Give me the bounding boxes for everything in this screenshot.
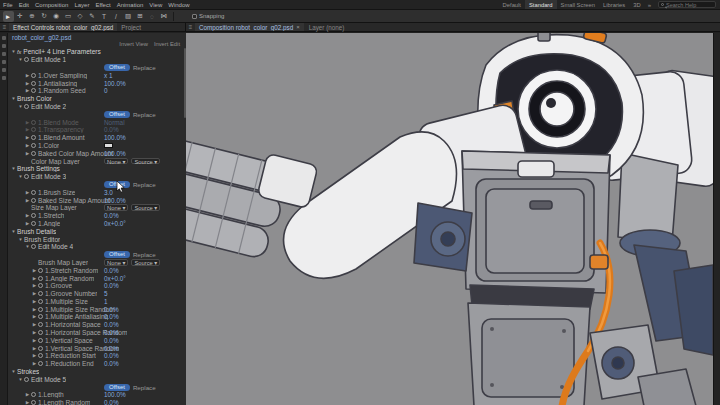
- zoom-tool[interactable]: ⊕: [27, 11, 38, 22]
- workspace-default[interactable]: Default: [499, 0, 525, 9]
- effect-row[interactable]: Color Map LayerNone ▾Source ▾: [8, 157, 186, 165]
- offset-button[interactable]: Offset: [104, 251, 130, 258]
- twirl-icon[interactable]: ▶: [31, 346, 38, 351]
- layer-dropdown[interactable]: None ▾: [104, 204, 128, 211]
- effect-row[interactable]: ▶1.Length100.0%: [8, 391, 186, 399]
- twirl-icon[interactable]: ▶: [24, 392, 31, 397]
- param-value[interactable]: 0.0%: [104, 345, 119, 352]
- effect-row[interactable]: Brush Map LayerNone ▾Source ▾: [8, 259, 186, 267]
- effect-row[interactable]: OffsetReplace: [8, 181, 186, 189]
- param-value[interactable]: 0.0%: [104, 360, 119, 367]
- panel-menu-icon[interactable]: ≡: [0, 23, 9, 31]
- stopwatch-icon[interactable]: [31, 81, 36, 86]
- effect-row[interactable]: ▼Brush Settings: [8, 165, 186, 173]
- stopwatch-icon[interactable]: [24, 174, 29, 179]
- effect-row[interactable]: ▶1.Transparency0.0%: [8, 126, 186, 134]
- effect-row[interactable]: OffsetReplace: [8, 110, 186, 118]
- dock-icon[interactable]: [2, 68, 6, 72]
- stopwatch-icon[interactable]: [31, 244, 36, 249]
- selection-tool[interactable]: ►: [3, 11, 14, 22]
- twirl-icon[interactable]: ▼: [10, 369, 17, 374]
- param-value[interactable]: 0.0%: [104, 212, 119, 219]
- workspace-standard[interactable]: Standard: [525, 0, 557, 9]
- effect-row[interactable]: ▶Baked Size Map Amount100.0%: [8, 196, 186, 204]
- param-value[interactable]: 1: [104, 298, 108, 305]
- twirl-icon[interactable]: ▶: [31, 353, 38, 358]
- workspace-overflow-icon[interactable]: »: [645, 2, 654, 8]
- stopwatch-icon[interactable]: [38, 291, 43, 296]
- twirl-icon[interactable]: ▼: [10, 166, 17, 171]
- twirl-icon[interactable]: ▶: [24, 143, 31, 148]
- effect-row[interactable]: ▶Baked Color Map Amount100.0%: [8, 149, 186, 157]
- twirl-icon[interactable]: ▶: [31, 276, 38, 281]
- effect-row[interactable]: ▼Brush Details: [8, 227, 186, 235]
- clone-stamp-tool[interactable]: ⊞: [135, 11, 146, 22]
- close-icon[interactable]: ×: [296, 24, 300, 30]
- orbit-camera-tool[interactable]: ↻: [39, 11, 50, 22]
- twirl-icon[interactable]: ▶: [24, 88, 31, 93]
- effect-row[interactable]: ▶1.Angle0x+0.0°: [8, 220, 186, 228]
- twirl-icon[interactable]: ▶: [31, 361, 38, 366]
- snapping-checkbox[interactable]: [192, 14, 197, 19]
- stopwatch-icon[interactable]: [31, 143, 36, 148]
- param-value[interactable]: 0.0%: [104, 321, 119, 328]
- effect-row[interactable]: OffsetReplace: [8, 64, 186, 72]
- offset-button[interactable]: Offset: [104, 64, 130, 71]
- stopwatch-icon[interactable]: [31, 400, 36, 405]
- stopwatch-icon[interactable]: [31, 127, 36, 132]
- menu-view[interactable]: View: [146, 0, 165, 9]
- twirl-icon[interactable]: ▼: [10, 49, 17, 54]
- workspace-libraries[interactable]: Libraries: [599, 0, 629, 9]
- effect-row[interactable]: ▶1.Length Random0.0%: [8, 399, 186, 405]
- menu-composition[interactable]: Composition: [32, 0, 71, 9]
- effect-row[interactable]: ▶1.Horizontal Space Random0.0%: [8, 329, 186, 337]
- twirl-icon[interactable]: ▶: [31, 299, 38, 304]
- param-value[interactable]: 0.0%: [104, 399, 119, 405]
- twirl-icon[interactable]: ▶: [24, 221, 31, 226]
- stopwatch-icon[interactable]: [31, 120, 36, 125]
- twirl-icon[interactable]: ▶: [24, 151, 31, 156]
- twirl-icon[interactable]: ▶: [31, 338, 38, 343]
- param-value[interactable]: 3.0: [104, 189, 113, 196]
- twirl-icon[interactable]: ▼: [17, 237, 24, 242]
- replace-button[interactable]: Replace: [133, 251, 156, 258]
- source-dropdown[interactable]: Source ▾: [131, 158, 160, 165]
- pen-tool[interactable]: ✎: [87, 11, 98, 22]
- param-value[interactable]: x 1: [104, 72, 113, 79]
- effect-layer-name[interactable]: robot_color_g02.psd: [12, 34, 71, 41]
- effect-row[interactable]: OffsetReplace: [8, 251, 186, 259]
- effect-row[interactable]: ▼Edit Mode 1: [8, 56, 186, 64]
- twirl-icon[interactable]: ▶: [31, 314, 38, 319]
- twirl-icon[interactable]: ▼: [10, 96, 17, 101]
- twirl-icon[interactable]: ▶: [24, 120, 31, 125]
- stopwatch-icon[interactable]: [38, 268, 43, 273]
- effect-row[interactable]: ▶1.Random Seed0: [8, 87, 186, 95]
- menu-window[interactable]: Window: [165, 0, 192, 9]
- effect-row[interactable]: ▼Edit Mode 5: [8, 375, 186, 383]
- effect-row[interactable]: ▶1.Color: [8, 142, 186, 150]
- search-help-input[interactable]: [666, 2, 713, 8]
- source-dropdown[interactable]: Source ▾: [131, 259, 160, 266]
- param-value[interactable]: 5: [104, 290, 108, 297]
- menu-animation[interactable]: Animation: [114, 0, 147, 9]
- stopwatch-icon[interactable]: [31, 151, 36, 156]
- effect-row[interactable]: ▼fxPencil+ 4 Line Parameters: [8, 48, 186, 56]
- composition-viewer[interactable]: [186, 33, 713, 405]
- replace-button[interactable]: Replace: [133, 111, 156, 118]
- stopwatch-icon[interactable]: [31, 392, 36, 397]
- effect-row[interactable]: ▼Brush Editor: [8, 235, 186, 243]
- effect-row[interactable]: ▼Strokes: [8, 368, 186, 376]
- param-value[interactable]: 0.0%: [104, 126, 119, 133]
- stopwatch-icon[interactable]: [24, 57, 29, 62]
- menu-effect[interactable]: Effect: [92, 0, 113, 9]
- param-value[interactable]: 0.0%: [104, 313, 119, 320]
- composition-tab[interactable]: Composition robot_color_g02.psd ×: [195, 23, 304, 31]
- effect-row[interactable]: ▶1.Blend Amount100.0%: [8, 134, 186, 142]
- twirl-icon[interactable]: ▶: [24, 198, 31, 203]
- eraser-tool[interactable]: ◌: [147, 11, 158, 22]
- stopwatch-icon[interactable]: [24, 104, 29, 109]
- twirl-icon[interactable]: ▶: [31, 322, 38, 327]
- snapping-toggle[interactable]: Snapping: [192, 10, 224, 22]
- stopwatch-icon[interactable]: [38, 330, 43, 335]
- stopwatch-icon[interactable]: [38, 299, 43, 304]
